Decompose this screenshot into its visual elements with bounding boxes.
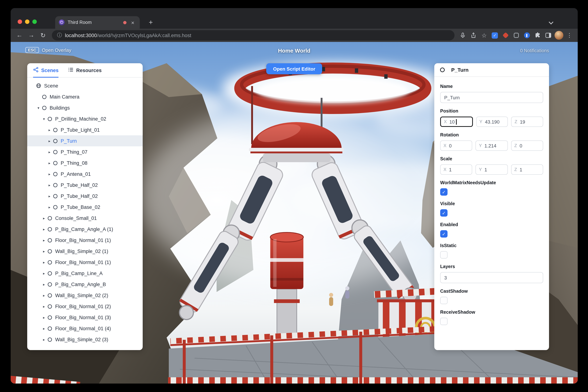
isstatic-checkbox[interactable] bbox=[440, 251, 448, 258]
tree-item-floor-big-normal-01-3[interactable]: ▸Floor_Big_Normal_01 (3) bbox=[27, 312, 143, 323]
extension-icon-2[interactable] bbox=[500, 30, 510, 40]
caret-right-icon[interactable]: ▸ bbox=[41, 315, 47, 319]
caret-right-icon[interactable]: ▸ bbox=[47, 161, 52, 165]
caret-right-icon[interactable]: ▸ bbox=[47, 205, 52, 209]
address-bar[interactable]: ⓘ localhost:3000/world/!vjrzmTVOcylsLgaA… bbox=[52, 30, 454, 40]
enabled-checkbox[interactable]: ✓ bbox=[440, 230, 448, 238]
caret-right-icon[interactable]: ▸ bbox=[41, 271, 47, 275]
tree-item-p-big-camp-angle-a-1[interactable]: ▸P_Big_Camp_Angle_A (1) bbox=[27, 224, 143, 234]
tree-item-p-thing-07[interactable]: ▸P_Thing_07 bbox=[27, 146, 143, 158]
viewport[interactable]: ESC Open Overlay Home World 0 Notificati… bbox=[11, 42, 578, 384]
tree-item-p-thing-08[interactable]: ▸P_Thing_08 bbox=[27, 158, 143, 168]
zoom-window-button[interactable] bbox=[32, 20, 37, 24]
visible-checkbox[interactable]: ✓ bbox=[440, 209, 448, 216]
tree-item-p-antena-01[interactable]: ▸P_Antena_01 bbox=[27, 168, 143, 180]
side-panel-icon[interactable] bbox=[543, 30, 553, 40]
field-label-receiveshadow: ReceiveShadow bbox=[440, 310, 543, 315]
tree-item-p-drilling-machine-02[interactable]: ▾P_Drilling_Machine_02 bbox=[27, 113, 143, 124]
forward-icon[interactable]: → bbox=[26, 30, 37, 41]
tab-close-icon[interactable]: × bbox=[130, 19, 136, 26]
name-input[interactable]: P_Turn bbox=[440, 92, 543, 103]
caret-right-icon[interactable]: ▸ bbox=[41, 216, 47, 220]
tree-item-main-camera[interactable]: Main Camera bbox=[27, 91, 143, 102]
extension-icon-1[interactable]: ✓ bbox=[490, 30, 500, 40]
tree-item-p-tube-base-02[interactable]: ▸P_Tube_Base_02 bbox=[27, 202, 143, 212]
profile-avatar[interactable] bbox=[554, 30, 564, 40]
tree-item-wall-big-simple-02-2[interactable]: ▸Wall_Big_Simple_02 (2) bbox=[27, 290, 143, 301]
caret-right-icon[interactable]: ▸ bbox=[41, 326, 47, 330]
caret-right-icon[interactable]: ▸ bbox=[41, 293, 47, 297]
caret-right-icon[interactable]: ▸ bbox=[47, 128, 52, 132]
caret-down-icon[interactable]: ▾ bbox=[36, 106, 41, 110]
field-label-scale: Scale bbox=[440, 156, 543, 162]
tree-item-floor-big-normal-01-4[interactable]: ▸Floor_Big_Normal_01 (4) bbox=[27, 323, 143, 334]
tree-item-p-turn[interactable]: ▸P_Turn bbox=[27, 135, 143, 146]
tree-item-p-tube-light-01[interactable]: ▸P_Tube_Light_01 bbox=[27, 124, 143, 135]
tree-item-p-tube-half-02[interactable]: ▸P_Tube_Half_02 bbox=[27, 180, 143, 190]
position-x-input[interactable]: X10 bbox=[440, 116, 473, 127]
extension-icon-4[interactable] bbox=[522, 30, 532, 40]
scale-x-input[interactable]: X1 bbox=[440, 164, 472, 175]
tree-item-floor-big-normal-01-2[interactable]: ▸Floor_Big_Normal_01 (2) bbox=[27, 301, 143, 312]
share-icon[interactable] bbox=[468, 30, 478, 40]
tree-item-p-big-camp-line-a[interactable]: ▸P_Big_Camp_Line_A bbox=[27, 268, 143, 279]
position-z-input[interactable]: Z19 bbox=[511, 116, 543, 127]
scale-z-input[interactable]: Z1 bbox=[511, 164, 543, 175]
caret-down-icon[interactable]: ▾ bbox=[41, 117, 47, 121]
node-circle-icon bbox=[47, 271, 52, 276]
tree-item-label: P_Big_Camp_Line_A bbox=[55, 270, 102, 276]
tab-scenes-label: Scenes bbox=[41, 68, 59, 73]
caret-right-icon[interactable]: ▸ bbox=[41, 304, 47, 308]
caret-right-icon[interactable]: ▸ bbox=[47, 139, 52, 143]
notifications-label[interactable]: 0 Notifications bbox=[520, 48, 549, 53]
window-controls bbox=[18, 20, 37, 24]
caret-right-icon[interactable]: ▸ bbox=[41, 249, 47, 253]
worldmatrixneedsupdate-checkbox[interactable]: ✓ bbox=[440, 188, 448, 196]
new-tab-button[interactable]: + bbox=[146, 18, 156, 27]
minimize-window-button[interactable] bbox=[25, 20, 30, 24]
browser-menu-icon[interactable]: ⋮ bbox=[564, 30, 574, 40]
field-label-position: Position bbox=[440, 108, 543, 114]
node-circle-icon bbox=[47, 238, 52, 242]
tree-item-wall-big-simple-02-1[interactable]: ▸Wall_Big_Simple_02 (1) bbox=[27, 246, 143, 257]
tree-item-scene[interactable]: Scene bbox=[27, 80, 143, 91]
tab-search-chevron-icon[interactable] bbox=[547, 18, 555, 26]
caret-right-icon[interactable]: ▸ bbox=[47, 194, 52, 198]
caret-right-icon[interactable]: ▸ bbox=[41, 282, 47, 286]
extensions-puzzle-icon[interactable] bbox=[532, 30, 542, 40]
rotation-y-input[interactable]: Y1.214 bbox=[476, 140, 508, 151]
position-y-input[interactable]: Y43.190 bbox=[476, 116, 508, 127]
tree-item-floor-big-normal-01-1[interactable]: ▸Floor_Big_Normal_01 (1) bbox=[27, 234, 143, 246]
scale-y-input[interactable]: Y1 bbox=[476, 164, 508, 175]
layers-input[interactable]: 3 bbox=[440, 272, 543, 283]
tree-item-p-tube-half-02[interactable]: ▸P_Tube_Half_02 bbox=[27, 190, 143, 202]
castshadow-checkbox[interactable] bbox=[440, 297, 448, 304]
tree-item-console-small-01[interactable]: ▸Console_Small_01 bbox=[27, 212, 143, 224]
rotation-x-input[interactable]: X0 bbox=[440, 140, 472, 151]
tree-item-buildings[interactable]: ▾Buildings bbox=[27, 102, 143, 113]
microphone-icon[interactable] bbox=[458, 30, 468, 40]
bookmark-star-icon[interactable]: ☆ bbox=[479, 30, 489, 40]
receiveshadow-checkbox[interactable] bbox=[440, 318, 448, 325]
tab-scenes[interactable]: Scenes bbox=[33, 63, 59, 77]
tree-item-wall-big-simple-02-3[interactable]: ▸Wall_Big_Simple_02 (3) bbox=[27, 334, 143, 345]
extension-icon-3[interactable] bbox=[511, 30, 521, 40]
caret-right-icon[interactable]: ▸ bbox=[41, 227, 47, 231]
caret-right-icon[interactable]: ▸ bbox=[41, 338, 47, 342]
close-window-button[interactable] bbox=[18, 20, 22, 24]
rotation-z-input[interactable]: Z0 bbox=[511, 140, 543, 151]
tree-item-floor-big-normal-01-1[interactable]: ▸Floor_Big_Normal_01 (1) bbox=[27, 257, 143, 268]
caret-right-icon[interactable]: ▸ bbox=[41, 260, 47, 264]
caret-right-icon[interactable]: ▸ bbox=[47, 172, 52, 176]
caret-right-icon[interactable]: ▸ bbox=[47, 150, 52, 154]
browser-tab[interactable]: Third Room × bbox=[55, 16, 140, 29]
tab-resources[interactable]: Resources bbox=[68, 63, 102, 77]
caret-right-icon[interactable]: ▸ bbox=[41, 238, 47, 242]
caret-right-icon[interactable]: ▸ bbox=[47, 183, 52, 187]
tree-item-p-big-camp-angle-b[interactable]: ▸P_Big_Camp_Angle_B bbox=[27, 279, 143, 290]
reload-icon[interactable]: ↻ bbox=[38, 30, 48, 41]
site-info-icon[interactable]: ⓘ bbox=[57, 32, 62, 38]
hierarchy-tabs: Scenes Resources bbox=[27, 63, 143, 78]
open-script-editor-button[interactable]: Open Script Editor bbox=[266, 63, 322, 74]
back-icon[interactable]: ← bbox=[14, 30, 25, 41]
